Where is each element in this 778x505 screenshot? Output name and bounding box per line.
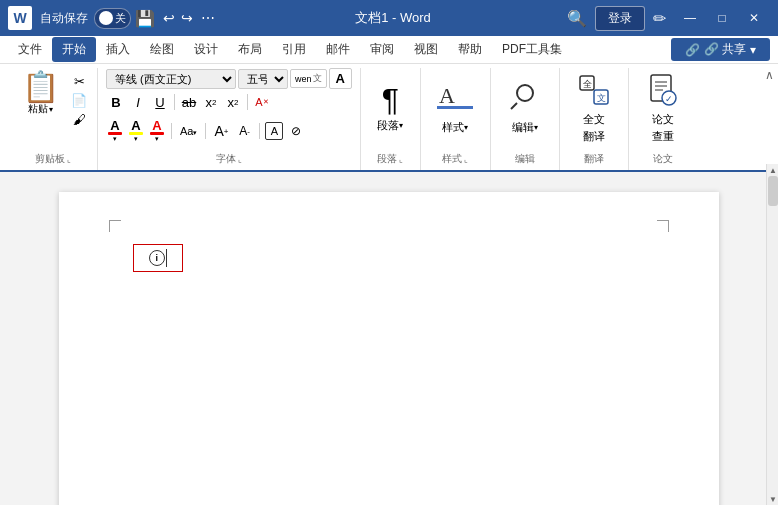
close-button[interactable]: ✕ [738, 4, 770, 32]
share-button[interactable]: 🔗 🔗 共享 ▾ [671, 38, 770, 61]
paper-check-button[interactable]: ✓ 论文 查重 [637, 68, 689, 148]
share-label: 🔗 共享 [704, 41, 746, 58]
font-expand-icon[interactable]: ⌞ [238, 155, 242, 164]
subscript-button[interactable]: x2 [201, 92, 221, 112]
menu-pdf-tools[interactable]: PDF工具集 [492, 37, 572, 62]
copy-button[interactable]: 📄 [69, 91, 89, 109]
increase-font-button[interactable]: A+ [211, 121, 231, 141]
highlight-button[interactable]: A ▾ [127, 118, 145, 144]
style-chevron-icon[interactable]: ▾ [464, 123, 468, 132]
font-color-button[interactable]: A ▾ [106, 118, 124, 144]
menu-view[interactable]: 视图 [404, 37, 448, 62]
sep4 [205, 123, 206, 139]
paragraph-button[interactable]: ¶ 段落 ▾ [369, 80, 411, 137]
scroll-track[interactable] [767, 176, 778, 493]
paste-dropdown-icon[interactable]: ▾ [49, 105, 53, 114]
maximize-button[interactable]: □ [706, 4, 738, 32]
underline-button[interactable]: U [150, 92, 170, 112]
font-size-select[interactable]: 五号 [238, 69, 288, 89]
login-button[interactable]: 登录 [595, 6, 645, 31]
sep5 [259, 123, 260, 139]
format-painter-button[interactable]: 🖌 [69, 110, 89, 128]
cursor-blink-line [166, 249, 168, 267]
highlight-chevron[interactable]: ▾ [134, 135, 138, 143]
menu-help[interactable]: 帮助 [448, 37, 492, 62]
edit-label: 编辑 [512, 120, 534, 135]
text-cursor-inner: i [149, 249, 168, 267]
style-icon: A [437, 81, 473, 118]
more-commands-button[interactable]: ⋯ [201, 10, 215, 26]
menubar: 文件 开始 插入 绘图 设计 布局 引用 邮件 审阅 视图 帮助 PDF工具集 … [0, 36, 778, 64]
style-button[interactable]: A 样式 ▾ [429, 77, 481, 139]
ribbon-collapse-button[interactable]: ∧ [765, 68, 774, 82]
clipboard-group: 📋 粘贴 ▾ ✂ 📄 🖌 剪贴板 ⌞ [8, 68, 98, 170]
wen-sub: 文 [313, 72, 322, 85]
corner-mark-topleft [109, 220, 121, 232]
bold-button[interactable]: B [106, 92, 126, 112]
menu-insert[interactable]: 插入 [96, 37, 140, 62]
vertical-scrollbar[interactable]: ▲ ▼ [766, 164, 778, 505]
cursor-circle-icon: i [149, 250, 165, 266]
strikethrough-button[interactable]: ab [179, 92, 199, 112]
paste-label: 粘贴 [28, 102, 48, 116]
separator [174, 94, 175, 110]
share-icon: 🔗 [685, 43, 700, 57]
titlebar: W 自动保存 关 💾 ↩ ↪ ⋯ 文档1 - Word 🔍 登录 ✏ — □ ✕ [0, 0, 778, 36]
aa-button[interactable]: Aa▾ [177, 124, 200, 138]
edit-button[interactable]: 编辑 ▾ [499, 77, 551, 139]
paper-group: ✓ 论文 查重 论文 [629, 68, 697, 170]
autosave-area: 自动保存 关 [40, 8, 131, 29]
clear-format-button[interactable]: A✕ [252, 92, 272, 112]
text-color-chevron[interactable]: ▾ [155, 135, 159, 143]
menu-home[interactable]: 开始 [52, 37, 96, 62]
translate-label: 全文 [583, 112, 605, 127]
ribbon: 📋 粘贴 ▾ ✂ 📄 🖌 剪贴板 ⌞ [0, 64, 778, 172]
paste-button[interactable]: 📋 粘贴 ▾ [16, 68, 65, 148]
redo-button[interactable]: ↪ [181, 10, 193, 26]
svg-text:文: 文 [597, 93, 606, 103]
cursor-i-label: i [155, 253, 158, 263]
clipboard-expand-icon[interactable]: ⌞ [67, 155, 71, 164]
decrease-font-button[interactable]: A- [234, 121, 254, 141]
svg-point-2 [517, 85, 533, 101]
minimize-button[interactable]: — [674, 4, 706, 32]
eraser-button[interactable]: ⊘ [286, 121, 306, 141]
menu-file[interactable]: 文件 [8, 37, 52, 62]
menu-design[interactable]: 设计 [184, 37, 228, 62]
autosave-toggle[interactable]: 关 [94, 8, 131, 29]
paper-label: 论文 [652, 112, 674, 127]
menu-mailings[interactable]: 邮件 [316, 37, 360, 62]
italic-button[interactable]: I [128, 92, 148, 112]
font-color-chevron[interactable]: ▾ [113, 135, 117, 143]
edit-chevron-icon[interactable]: ▾ [534, 123, 538, 132]
scroll-down-button[interactable]: ▼ [767, 493, 778, 505]
font-a-button[interactable]: A [329, 68, 352, 89]
svg-rect-1 [437, 106, 473, 109]
undo-button[interactable]: ↩ [163, 10, 175, 26]
wen-button[interactable]: wen 文 [290, 69, 327, 88]
menu-layout[interactable]: 布局 [228, 37, 272, 62]
translate-button[interactable]: 全 文 全文 翻译 [568, 68, 620, 148]
document-area: i [0, 172, 778, 505]
menu-review[interactable]: 审阅 [360, 37, 404, 62]
scroll-up-button[interactable]: ▲ [767, 164, 778, 176]
edit-group: 编辑 ▾ 编辑 [491, 68, 560, 170]
text-color-button[interactable]: A ▾ [148, 118, 166, 144]
edit-mode-button[interactable]: ✏ [653, 9, 666, 28]
cut-button[interactable]: ✂ [69, 72, 89, 90]
save-button[interactable]: 💾 [135, 9, 155, 28]
superscript-button[interactable]: x2 [223, 92, 243, 112]
style-expand-icon[interactable]: ⌞ [464, 155, 468, 164]
menu-references[interactable]: 引用 [272, 37, 316, 62]
paragraph-label: 段落 [377, 118, 399, 133]
paragraph-expand-icon[interactable]: ⌞ [399, 155, 403, 164]
translate-icon: 全 文 [576, 72, 612, 110]
search-button[interactable]: 🔍 [567, 9, 587, 28]
scroll-thumb[interactable] [768, 176, 778, 206]
menu-draw[interactable]: 绘图 [140, 37, 184, 62]
circle-a-button[interactable]: A [265, 122, 283, 140]
font-family-select[interactable]: 等线 (西文正文) [106, 69, 236, 89]
paragraph-chevron-icon[interactable]: ▾ [399, 121, 403, 130]
window-controls: — □ ✕ [674, 4, 770, 32]
document-page[interactable]: i [59, 192, 719, 505]
